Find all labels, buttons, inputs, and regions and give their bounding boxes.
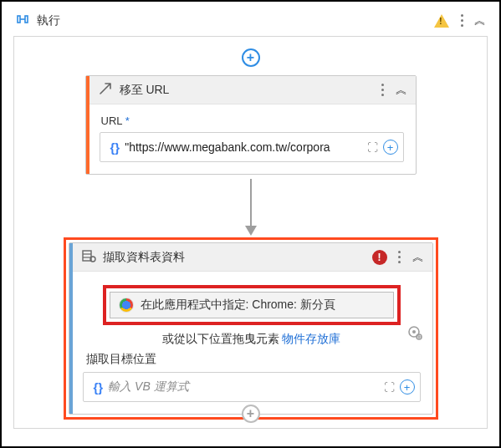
activity-body: 在此應用程式中指定: Chrome: 新分頁 或從以下位置拖曳元素 物件存放庫: [69, 272, 432, 414]
activity-collapse-icon[interactable]: ︽: [396, 83, 407, 98]
extract-target-label: 擷取目標位置: [86, 352, 421, 367]
svg-rect-1: [25, 16, 28, 23]
designer-canvas[interactable]: + 移至 URL ︽ URL * {} "ht: [13, 36, 488, 429]
extract-target-input[interactable]: {} 輸入 VB 運算式 ⛶ +: [83, 372, 421, 402]
advanced-editor-icon[interactable]: +: [400, 379, 415, 395]
activity-header: 移至 URL ︽: [86, 76, 416, 104]
flow-arrow-head: [245, 226, 257, 236]
url-value: "https://www.megabank.com.tw/corpora: [125, 140, 361, 154]
drag-hint: 或從以下位置拖曳元素 物件存放庫: [83, 332, 421, 347]
extract-target-placeholder: 輸入 VB 運算式: [108, 379, 378, 395]
more-menu-icon[interactable]: [456, 14, 468, 27]
activity-extract-highlight: 擷取資料表資料 ! ︽ 在此應用程式中指定: Chrome: 新分頁 或從以下位…: [64, 237, 438, 420]
activity-extract-table[interactable]: 擷取資料表資料 ! ︽ 在此應用程式中指定: Chrome: 新分頁 或從以下位…: [69, 242, 433, 415]
url-input[interactable]: {} "https://www.megabank.com.tw/corpora …: [100, 132, 404, 162]
collapse-icon[interactable]: ︽: [474, 13, 486, 28]
target-settings-icon[interactable]: [406, 323, 424, 342]
object-repo-link[interactable]: 物件存放庫: [282, 332, 340, 345]
braces-icon: {}: [105, 140, 125, 155]
svg-rect-0: [18, 16, 20, 23]
indicate-target-button[interactable]: 在此應用程式中指定: Chrome: 新分頁: [110, 292, 394, 318]
activity-menu-icon[interactable]: [377, 84, 389, 96]
indicate-target-text: 在此應用程式中指定: Chrome: 新分頁: [141, 298, 335, 313]
activity-body: URL * {} "https://www.megabank.com.tw/co…: [86, 104, 416, 174]
url-field-label: URL *: [101, 115, 404, 127]
go-to-url-icon: [98, 81, 113, 99]
activity-collapse-icon[interactable]: ︽: [412, 250, 424, 265]
indicate-target-highlight: 在此應用程式中指定: Chrome: 新分頁: [103, 285, 401, 325]
panel-header: 執行 ︽: [13, 8, 488, 36]
expand-editor-icon[interactable]: ⛶: [362, 141, 383, 154]
flow-arrow: [250, 179, 252, 226]
add-activity-bottom-button[interactable]: +: [242, 405, 260, 423]
svg-point-8: [412, 330, 416, 333]
workflow-panel: 執行 ︽ + 移至 URL ︽ URL *: [0, 0, 501, 448]
advanced-editor-icon[interactable]: +: [383, 140, 398, 155]
sequence-icon: [15, 12, 30, 29]
warning-icon[interactable]: [434, 14, 449, 28]
activity-go-to-url[interactable]: 移至 URL ︽ URL * {} "https://www.megabank.…: [85, 75, 417, 175]
activity-title: 擷取資料表資料: [103, 250, 366, 265]
activity-header: 擷取資料表資料 ! ︽: [69, 243, 432, 272]
panel-title: 執行: [37, 13, 427, 28]
extract-table-icon: [81, 248, 96, 266]
expand-editor-icon[interactable]: ⛶: [379, 381, 400, 394]
error-badge-icon[interactable]: !: [372, 250, 387, 265]
activity-title: 移至 URL: [120, 83, 371, 98]
chrome-icon: [119, 298, 134, 313]
braces-icon: {}: [89, 380, 109, 395]
add-activity-top-button[interactable]: +: [242, 48, 260, 67]
activity-menu-icon[interactable]: [394, 251, 406, 263]
